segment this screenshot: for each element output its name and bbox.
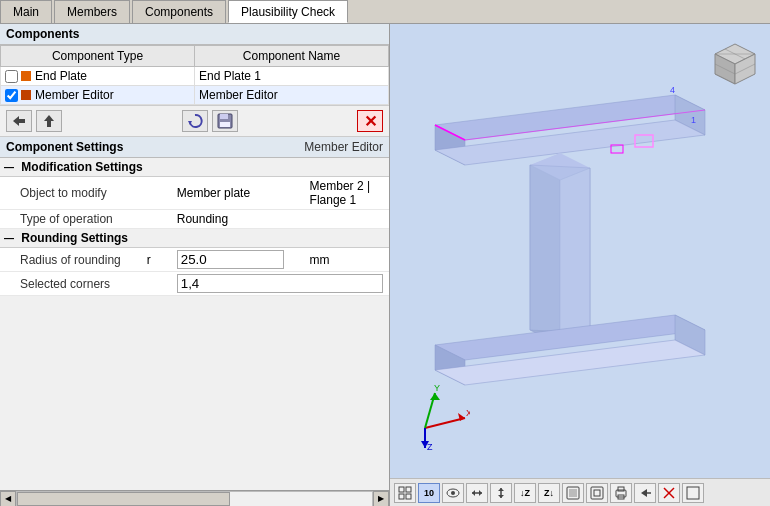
radius-row: Radius of rounding r mm [0,248,389,272]
object-label: Object to modify [0,177,127,210]
panel-spacer [0,296,389,490]
svg-rect-1 [19,119,25,123]
svg-rect-58 [594,490,600,496]
corners-row: Selected corners [0,272,389,296]
modification-group-label: Modification Settings [21,160,142,174]
right-panel: 4 1 X Y Z [390,24,770,506]
row2-color-box [21,90,31,100]
table-row[interactable]: Member Editor Member Editor [1,86,389,105]
frame-button[interactable] [586,483,608,503]
operation-label: Type of operation [0,210,127,229]
axis-svg: X Y Z [410,383,470,453]
row1-color-box [21,71,31,81]
components-title: Components [6,27,79,41]
row2-name: Member Editor [195,86,389,105]
operation-value: Rounding [157,210,290,229]
row1-checkbox[interactable] [5,70,18,83]
svg-marker-51 [479,490,482,496]
view-toolbar: 10 ↓Z Z↓ [390,478,770,506]
modification-group-row[interactable]: — Modification Settings [0,158,389,177]
cube-navigator[interactable] [705,34,760,92]
radius-shortkey: r [127,248,157,272]
col-header-name: Component Name [195,46,389,67]
svg-rect-43 [399,487,404,492]
collapse-icon-2: — [4,233,14,244]
axis-indicator: X Y Z [410,383,470,456]
corners-input[interactable] [177,274,383,293]
eye-button[interactable] [442,483,464,503]
level-button[interactable]: 10 [418,483,440,503]
radius-input[interactable] [177,250,284,269]
row2-type: Member Editor [35,88,114,102]
delete-button[interactable]: ✕ [357,110,383,132]
svg-rect-44 [406,487,411,492]
row1-type: End Plate [35,69,87,83]
svg-rect-57 [591,487,603,499]
tab-components[interactable]: Components [132,0,226,23]
object-shortkey [127,177,157,210]
svg-marker-15 [530,165,590,333]
tab-members[interactable]: Members [54,0,130,23]
scroll-thumb [17,492,230,506]
z-down-label: ↓Z [520,488,530,498]
object-value: Member plate [157,177,290,210]
svg-marker-0 [13,116,19,126]
svg-rect-56 [569,489,577,497]
component-toolbar: ✕ [0,105,389,137]
fit-v-button[interactable] [490,483,512,503]
corners-shortkey [127,272,157,296]
svg-line-26 [425,418,465,428]
components-section-header: Components [0,24,389,45]
cross-button[interactable] [658,483,680,503]
scroll-left-btn[interactable]: ◀ [0,491,16,507]
operation-shortkey [127,210,157,229]
row1-name: End Plate 1 [195,67,389,86]
settings-table: — Modification Settings Object to modify… [0,158,389,296]
print-button[interactable] [610,483,632,503]
zz-down-button[interactable]: Z↓ [538,483,560,503]
move-left-button[interactable] [6,110,32,132]
scrollbar: ◀ ▶ [0,490,389,506]
tab-bar: Main Members Components Plausibility Che… [0,0,770,24]
save-button[interactable] [212,110,238,132]
tab-main[interactable]: Main [0,0,52,23]
scroll-right-btn[interactable]: ▶ [373,491,389,507]
render-button[interactable] [562,483,584,503]
settings-title: Component Settings [6,140,123,154]
arrow-right-button[interactable] [634,483,656,503]
blank-button[interactable] [682,483,704,503]
svg-rect-46 [406,494,411,499]
refresh-button[interactable] [182,110,208,132]
main-layout: Components Component Type Component Name… [0,24,770,506]
table-row[interactable]: End Plate End Plate 1 [1,67,389,86]
radius-unit: mm [290,248,389,272]
rounding-group-row[interactable]: — Rounding Settings [0,229,389,248]
move-up-button[interactable] [36,110,62,132]
svg-marker-62 [641,489,647,497]
grid-button[interactable] [394,483,416,503]
left-panel: Components Component Type Component Name… [0,24,390,506]
refresh-icon [187,113,203,129]
scroll-track[interactable] [16,491,373,507]
fit-h-button[interactable] [466,483,488,503]
tab-plausibility[interactable]: Plausibility Check [228,0,348,23]
radius-label: Radius of rounding [0,248,127,272]
object-to-modify-row: Object to modify Member plate Member 2 |… [0,177,389,210]
z-down-button[interactable]: ↓Z [514,483,536,503]
cube-nav-svg [705,34,760,89]
svg-rect-7 [220,122,230,127]
svg-marker-50 [472,490,475,496]
svg-marker-2 [44,115,54,121]
row2-checkbox[interactable] [5,89,18,102]
svg-marker-30 [430,393,440,400]
svg-rect-66 [687,487,699,499]
settings-active: Member Editor [304,140,383,154]
arrow-up-icon [42,113,56,129]
arrow-left-icon [11,114,27,128]
svg-rect-3 [47,121,51,127]
svg-text:X: X [466,408,470,418]
svg-rect-45 [399,494,404,499]
svg-marker-53 [498,488,504,491]
svg-text:4: 4 [670,85,675,95]
rounding-group-label: Rounding Settings [21,231,128,245]
